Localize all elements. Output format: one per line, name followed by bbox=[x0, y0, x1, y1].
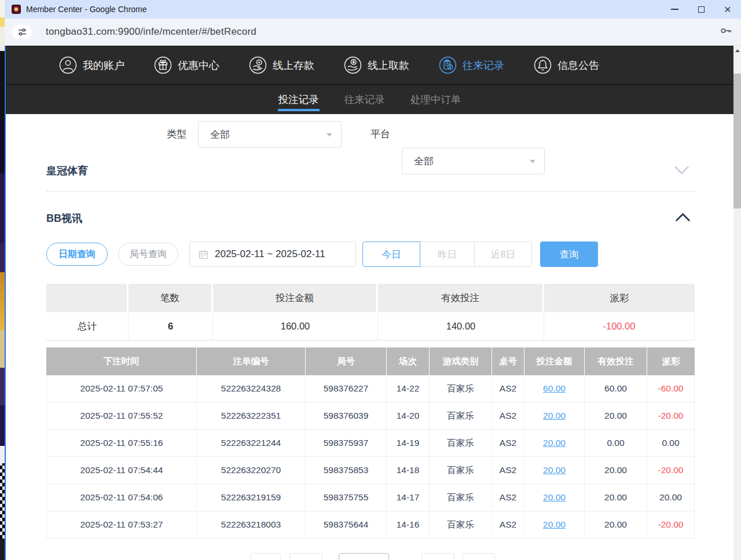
quick-date-button-group: 今日 昨日 近8日 bbox=[362, 241, 532, 267]
recent-8-days-button[interactable]: 近8日 bbox=[474, 241, 532, 267]
browser-urlbar: tongbao31.com:9900/infe/mcenter/#/betRec… bbox=[5, 19, 741, 46]
cell-game-type: 百家乐 bbox=[430, 457, 492, 484]
nav-item-promotions[interactable]: 优惠中心 bbox=[154, 56, 219, 74]
cell-session: 14-17 bbox=[387, 484, 430, 511]
chevron-down-icon bbox=[327, 133, 332, 137]
cell-bet-time: 2025-02-11 07:54:44 bbox=[46, 457, 197, 484]
cell-bet-amount-link[interactable]: 20.00 bbox=[524, 402, 585, 430]
pagination-button-partial[interactable] bbox=[251, 553, 281, 560]
site-settings-button[interactable] bbox=[12, 25, 32, 39]
tab-bet-records[interactable]: 投注记录 bbox=[278, 85, 320, 114]
cell-payout: -20.00 bbox=[647, 402, 695, 430]
cell-bet-time: 2025-02-11 07:55:16 bbox=[46, 430, 197, 457]
cell-round-no: 598375853 bbox=[306, 457, 387, 484]
cell-round-no: 598376227 bbox=[306, 375, 387, 402]
page-scrollbar[interactable] bbox=[733, 46, 741, 560]
platform-filter-label: 平台 bbox=[370, 121, 390, 148]
tab-pending-orders[interactable]: 处理中订单 bbox=[410, 85, 462, 114]
summary-header-payout: 派彩 bbox=[544, 284, 695, 312]
nav-label: 线上存款 bbox=[273, 58, 314, 72]
cell-bet-amount-link[interactable]: 60.00 bbox=[524, 375, 585, 402]
close-button[interactable]: × bbox=[714, 0, 741, 19]
nav-label: 我的账户 bbox=[83, 58, 124, 72]
chevron-up-icon[interactable] bbox=[675, 213, 691, 222]
pagination-button-partial[interactable] bbox=[421, 553, 454, 560]
date-range-input[interactable]: 2025-02-11 ~ 2025-02-11 bbox=[189, 241, 356, 267]
summary-count-value: 6 bbox=[129, 312, 213, 341]
summary-payout-value: -100.00 bbox=[544, 312, 695, 341]
tab-transaction-records[interactable]: 往来记录 bbox=[344, 85, 386, 114]
cell-round-no: 598376039 bbox=[306, 402, 387, 430]
nav-item-deposit[interactable]: 线上存款 bbox=[249, 56, 314, 74]
col-header-session: 场次 bbox=[387, 347, 430, 375]
cell-bet-time: 2025-02-11 07:57:05 bbox=[46, 375, 197, 402]
web-page: 我的账户 优惠中心 线上存款 bbox=[5, 46, 741, 560]
pagination-page-size-select-partial[interactable] bbox=[339, 553, 389, 560]
summary-header-count: 笔数 bbox=[129, 284, 213, 312]
cell-game-type: 百家乐 bbox=[430, 375, 492, 402]
search-button[interactable]: 查询 bbox=[540, 241, 598, 267]
cell-bet-time: 2025-02-11 07:54:06 bbox=[46, 484, 197, 511]
cell-valid-bet: 20.00 bbox=[585, 484, 647, 511]
nav-item-announcements[interactable]: 信息公告 bbox=[534, 56, 599, 74]
col-header-round-no: 局号 bbox=[306, 347, 387, 375]
cell-valid-bet: 20.00 bbox=[585, 457, 647, 484]
background-window-strip bbox=[0, 0, 5, 560]
date-query-button[interactable]: 日期查询 bbox=[46, 243, 108, 266]
col-header-order-no: 注单编号 bbox=[197, 347, 306, 375]
calendar-icon bbox=[199, 250, 208, 259]
nav-item-records[interactable]: 往来记录 bbox=[439, 56, 504, 74]
pagination-button-partial[interactable] bbox=[289, 553, 322, 560]
cell-bet-time: 2025-02-11 07:55:52 bbox=[46, 402, 197, 430]
nav-label: 线上取款 bbox=[368, 58, 409, 72]
cell-payout: -60.00 bbox=[647, 375, 695, 402]
maximize-button[interactable] bbox=[688, 0, 714, 19]
cell-session: 14-20 bbox=[387, 402, 430, 430]
cell-bet-amount-link[interactable]: 20.00 bbox=[524, 430, 585, 457]
maximize-icon bbox=[698, 6, 705, 13]
today-button[interactable]: 今日 bbox=[362, 241, 420, 267]
col-header-payout: 派彩 bbox=[647, 347, 695, 375]
cell-bet-time: 2025-02-11 07:53:27 bbox=[46, 511, 197, 539]
cell-order-no: 522263222351 bbox=[197, 402, 306, 430]
round-query-button[interactable]: 局号查询 bbox=[118, 243, 178, 266]
cell-bet-amount-link[interactable]: 20.00 bbox=[524, 457, 585, 484]
col-header-bet-amount: 投注金额 bbox=[524, 347, 585, 375]
password-key-button[interactable] bbox=[720, 24, 732, 39]
cell-bet-amount-link[interactable]: 20.00 bbox=[524, 484, 585, 511]
scrollbar-up-arrow[interactable] bbox=[735, 49, 740, 52]
chevron-down-icon[interactable] bbox=[674, 165, 689, 175]
cell-valid-bet: 60.00 bbox=[585, 375, 647, 402]
nav-item-withdraw[interactable]: 线上取款 bbox=[344, 56, 409, 74]
col-header-game-type: 游戏类别 bbox=[430, 347, 492, 375]
cell-round-no: 598375937 bbox=[306, 430, 387, 457]
platform-select[interactable]: 全部 bbox=[402, 148, 545, 174]
minimize-button[interactable] bbox=[661, 0, 688, 19]
yesterday-button[interactable]: 昨日 bbox=[420, 241, 475, 267]
cell-session: 14-19 bbox=[387, 430, 430, 457]
close-icon: × bbox=[724, 3, 731, 15]
cell-order-no: 522263221244 bbox=[197, 430, 306, 457]
nav-label: 优惠中心 bbox=[178, 58, 219, 72]
col-header-bet-time: 下注时间 bbox=[46, 347, 197, 375]
cell-game-type: 百家乐 bbox=[430, 430, 492, 457]
section-divider bbox=[46, 191, 695, 192]
chevron-down-icon bbox=[530, 160, 535, 163]
site-settings-icon bbox=[17, 27, 27, 37]
scrollbar-thumb[interactable] bbox=[733, 74, 741, 208]
main-content: 类型 全部 平台 全部 皇冠体育 BB视讯 日期查询 局号查询 bbox=[6, 114, 733, 560]
summary-total-label: 总计 bbox=[46, 312, 129, 341]
cell-round-no: 598375755 bbox=[306, 484, 387, 511]
pagination-button-partial[interactable] bbox=[462, 553, 495, 560]
nav-label: 信息公告 bbox=[557, 58, 599, 72]
bell-icon bbox=[534, 56, 552, 74]
cell-bet-amount-link[interactable]: 20.00 bbox=[524, 511, 585, 539]
type-select[interactable]: 全部 bbox=[198, 121, 342, 148]
site-favicon bbox=[12, 5, 21, 14]
section-crown-sports-title: 皇冠体育 bbox=[46, 164, 88, 178]
url-text[interactable]: tongbao31.com:9900/infe/mcenter/#/betRec… bbox=[46, 26, 256, 38]
cell-order-no: 522263219159 bbox=[197, 484, 306, 511]
summary-header-valid: 有效投注 bbox=[378, 284, 544, 312]
nav-item-my-account[interactable]: 我的账户 bbox=[59, 56, 124, 74]
col-header-table-no: 桌号 bbox=[492, 347, 524, 375]
